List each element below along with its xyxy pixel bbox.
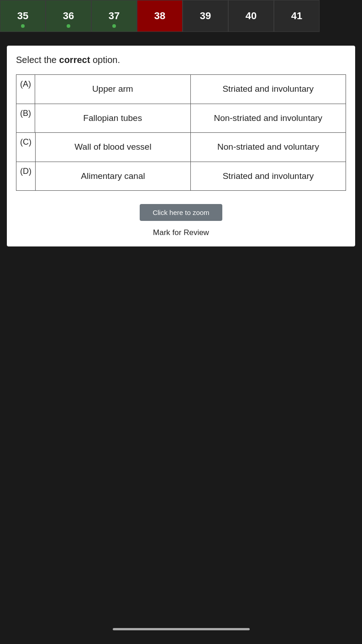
nav-dot-35 <box>21 24 25 28</box>
option-row-b[interactable]: (B) Fallopian tubes Non-striated and inv… <box>16 104 346 133</box>
nav-item-label-36: 36 <box>63 10 74 22</box>
question-instruction: Select the correct option. <box>16 55 346 65</box>
option-c-col2: Non-striated and voluntary <box>191 133 346 162</box>
nav-item-label-35: 35 <box>17 10 28 22</box>
option-label-c: (C) <box>16 133 35 162</box>
nav-item-label-38: 38 <box>154 10 165 22</box>
option-cells-a: Upper arm Striated and involuntary <box>35 75 346 104</box>
zoom-button[interactable]: Click here to zoom <box>140 204 222 221</box>
nav-item-35[interactable]: 35 <box>0 0 46 32</box>
option-a-col1: Upper arm <box>35 75 191 104</box>
nav-dot-36 <box>67 24 70 28</box>
option-cells-b: Fallopian tubes Non-striated and involun… <box>35 104 346 133</box>
option-label-a: (A) <box>16 75 35 104</box>
mark-for-review-button[interactable]: Mark for Review <box>153 228 209 237</box>
nav-dot-37 <box>112 24 116 28</box>
top-navigation: 35363738394041 <box>0 0 362 32</box>
option-row-c[interactable]: (C) Wall of blood vessel Non-striated an… <box>16 132 346 162</box>
bottom-controls: Click here to zoom Mark for Review <box>16 204 346 237</box>
nav-item-label-39: 39 <box>200 10 211 22</box>
nav-item-37[interactable]: 37 <box>91 0 137 32</box>
option-a-col2: Striated and involuntary <box>191 75 346 104</box>
nav-item-label-37: 37 <box>109 10 120 22</box>
option-d-col1: Alimentary canal <box>36 162 191 191</box>
nav-item-label-41: 41 <box>291 10 302 22</box>
option-b-col1: Fallopian tubes <box>35 104 191 133</box>
option-row-a[interactable]: (A) Upper arm Striated and involuntary <box>16 74 346 104</box>
nav-item-41[interactable]: 41 <box>274 0 320 32</box>
nav-item-36[interactable]: 36 <box>46 0 91 32</box>
option-cells-d: Alimentary canal Striated and involuntar… <box>35 162 346 191</box>
option-row-d[interactable]: (D) Alimentary canal Striated and involu… <box>16 162 346 191</box>
nav-item-39[interactable]: 39 <box>183 0 228 32</box>
option-label-d: (D) <box>16 162 35 191</box>
option-b-col2: Non-striated and involuntary <box>191 104 346 133</box>
option-c-col1: Wall of blood vessel <box>36 133 191 162</box>
nav-item-label-40: 40 <box>246 10 257 22</box>
option-cells-c: Wall of blood vessel Non-striated and vo… <box>35 133 346 162</box>
main-content-area: Select the correct option. (A) Upper arm… <box>7 46 355 246</box>
option-label-b: (B) <box>16 104 35 133</box>
bottom-navigation-bar <box>113 628 250 630</box>
nav-item-38[interactable]: 38 <box>137 0 183 32</box>
nav-item-40[interactable]: 40 <box>228 0 274 32</box>
option-d-col2: Striated and involuntary <box>191 162 346 191</box>
options-container: (A) Upper arm Striated and involuntary (… <box>16 74 346 191</box>
